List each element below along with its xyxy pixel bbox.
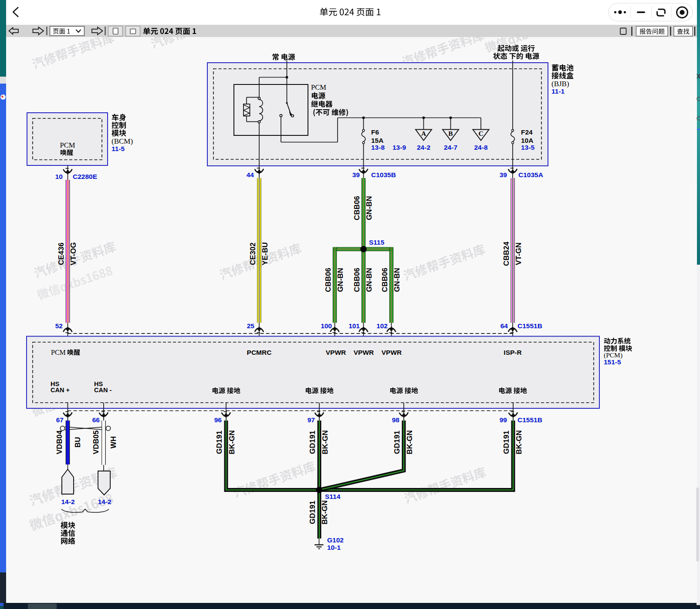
svg-text:S115: S115 <box>369 239 385 246</box>
svg-text:39: 39 <box>352 171 360 178</box>
svg-text:CAN +: CAN + <box>51 387 70 394</box>
svg-text:PCM: PCM <box>311 83 326 91</box>
svg-text:ISP-R: ISP-R <box>504 349 521 356</box>
svg-text:VPWR: VPWR <box>326 349 346 356</box>
svg-text:BK-GN: BK-GN <box>321 430 329 454</box>
svg-text:BU: BU <box>74 437 82 448</box>
svg-text:PCM: PCM <box>51 349 66 356</box>
svg-text:GD191: GD191 <box>308 501 317 524</box>
svg-text:15A: 15A <box>371 137 383 144</box>
svg-text:100: 100 <box>321 322 332 330</box>
svg-text:98: 98 <box>392 416 400 424</box>
svg-text:14-2: 14-2 <box>61 498 74 505</box>
svg-text:VT-GN: VT-GN <box>514 242 523 265</box>
svg-text:GN-BN: GN-BN <box>365 196 373 220</box>
svg-text:VDB05: VDB05 <box>92 431 100 454</box>
svg-text:BK-GN: BK-GN <box>228 430 236 454</box>
svg-text:F6: F6 <box>371 128 379 136</box>
svg-text:VPWR: VPWR <box>354 349 374 356</box>
svg-text:C1035B: C1035B <box>371 171 396 178</box>
svg-text:11-5: 11-5 <box>112 145 125 152</box>
svg-text:YE-BU: YE-BU <box>261 242 269 266</box>
svg-text:14-2: 14-2 <box>98 498 111 505</box>
svg-text:C1035A: C1035A <box>518 171 543 178</box>
svg-text:B: B <box>448 130 453 137</box>
svg-text:44: 44 <box>247 171 254 178</box>
svg-text:39: 39 <box>500 171 507 178</box>
svg-text:GN-BN: GN-BN <box>393 268 401 292</box>
svg-text:64: 64 <box>500 322 508 330</box>
svg-text:F24: F24 <box>521 128 533 136</box>
svg-text:PCMRC: PCMRC <box>247 349 272 356</box>
svg-text:WH: WH <box>109 436 118 448</box>
svg-text:CBB06: CBB06 <box>324 268 332 292</box>
svg-text:GD191: GD191 <box>308 431 317 454</box>
svg-text:BK-GN: BK-GN <box>406 430 414 454</box>
svg-text:C: C <box>478 130 483 137</box>
svg-text:C1551B: C1551B <box>517 416 542 424</box>
svg-text:96: 96 <box>214 416 222 424</box>
svg-text:24-2: 24-2 <box>417 144 430 151</box>
svg-text:CBB24: CBB24 <box>502 242 511 266</box>
svg-text:GD191: GD191 <box>215 431 223 454</box>
svg-text:102: 102 <box>376 322 388 330</box>
svg-text:11-1: 11-1 <box>551 87 565 95</box>
svg-text:CAN -: CAN - <box>94 387 112 394</box>
svg-text:VT-OG: VT-OG <box>69 242 78 266</box>
svg-text:24-7: 24-7 <box>444 144 457 151</box>
svg-text:97: 97 <box>308 416 315 424</box>
svg-text:24-8: 24-8 <box>474 144 487 151</box>
svg-text:101: 101 <box>348 322 360 330</box>
svg-text:GD191: GD191 <box>393 431 401 454</box>
svg-text:10A: 10A <box>521 137 533 144</box>
svg-text:52: 52 <box>55 322 63 330</box>
svg-text:151-5: 151-5 <box>604 358 621 366</box>
svg-text:25: 25 <box>247 322 255 330</box>
svg-text:CE436: CE436 <box>57 242 65 265</box>
svg-text:S114: S114 <box>325 493 341 500</box>
svg-text:BK-GN: BK-GN <box>321 500 329 525</box>
svg-text:CBB06: CBB06 <box>381 268 389 292</box>
svg-text:CBB06: CBB06 <box>353 268 361 292</box>
svg-text:13-8: 13-8 <box>371 144 385 151</box>
svg-text:A: A <box>421 130 426 137</box>
svg-text:PCM: PCM <box>60 141 75 149</box>
svg-text:13-9: 13-9 <box>392 144 406 151</box>
svg-text:(BJB): (BJB) <box>551 80 569 88</box>
svg-text:VPWR: VPWR <box>382 349 402 356</box>
svg-text:CBB06: CBB06 <box>353 196 361 220</box>
svg-text:BK-GN: BK-GN <box>515 430 523 454</box>
svg-text:CE302: CE302 <box>249 242 257 265</box>
svg-text:(BCM): (BCM) <box>112 137 133 145</box>
svg-text:66: 66 <box>92 416 100 424</box>
svg-text:GN-BN: GN-BN <box>336 268 345 292</box>
svg-text:VDB04: VDB04 <box>55 430 64 454</box>
svg-text:13-5: 13-5 <box>521 144 534 151</box>
svg-text:99: 99 <box>500 416 507 424</box>
svg-text:GD191: GD191 <box>502 431 511 454</box>
svg-text:G102: G102 <box>327 536 344 544</box>
svg-text:67: 67 <box>56 416 64 424</box>
svg-text:C2280E: C2280E <box>73 173 97 180</box>
svg-text:10-1: 10-1 <box>327 544 341 551</box>
svg-text:GN-BN: GN-BN <box>365 268 373 292</box>
svg-text:10: 10 <box>55 173 63 180</box>
svg-text:C1551B: C1551B <box>517 322 542 330</box>
